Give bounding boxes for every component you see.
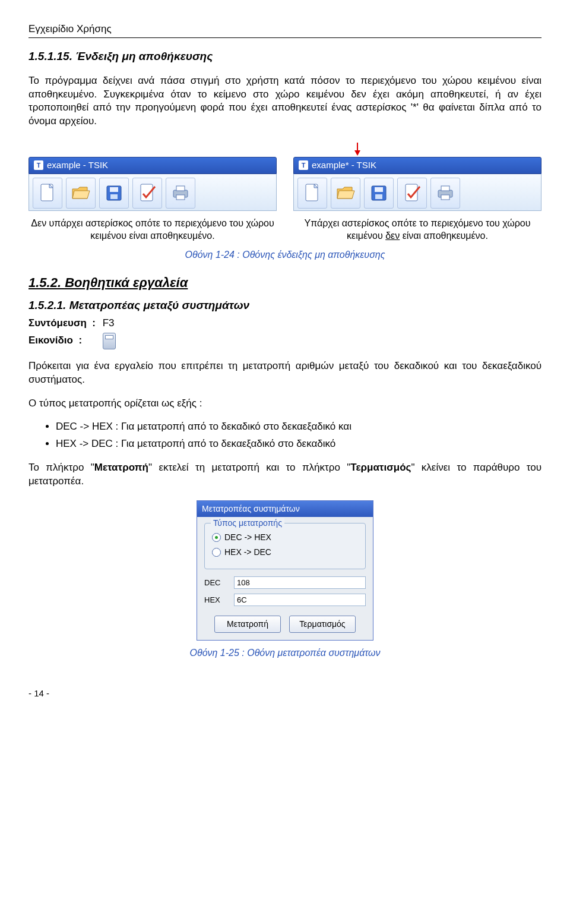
para-1515-1: Το πρόγραμμα δείχνει ανά πάσα στιγμή στο… [28,74,542,129]
conversion-type-legend: Τύπος μετατροπής [211,518,284,529]
svg-rect-2 [110,187,118,192]
toolbar-open-icon[interactable] [66,178,96,209]
titlebar-text: example* - TSIK [312,159,376,171]
hex-row: HEX [204,594,366,606]
titlebar-unsaved: T example* - TSIK [293,157,542,174]
converter-window: Μετατροπέας συστημάτων Τύπος μετατροπής … [197,500,373,641]
p3b: Μετατροπή [94,462,148,473]
dec-label: DEC [204,578,228,588]
bullet-list: DEC -> HEX : Για μετατροπή από το δεκαδι… [28,420,542,451]
heading-1521: 1.5.2.1. Μετατροπέας μεταξύ συστημάτων [28,298,542,313]
toolbar-right [293,174,542,211]
svg-rect-6 [176,186,185,191]
close-button[interactable]: Τερματισμός [289,616,356,633]
converter-titlebar: Μετατροπέας συστημάτων [197,501,373,517]
radio-label: DEC -> HEX [224,532,271,543]
page-number: - 14 - [28,688,542,699]
toolbar-save-icon[interactable] [364,178,394,209]
toolbar-new-icon[interactable] [297,178,327,209]
svg-rect-11 [375,187,383,192]
toolbar-save-icon[interactable] [99,178,129,209]
button-row: Μετατροπή Τερματισμός [204,616,366,633]
titlebar-text: example - TSIK [47,159,108,171]
caption-pair: Δεν υπάρχει αστερίσκος οπότε το περιεχόμ… [28,217,542,242]
radio-hex-dec[interactable]: HEX -> DEC [212,547,358,558]
dec-input[interactable] [234,576,366,589]
shortcut-value: F3 [103,317,115,329]
shortcut-row: Συντόμευση : F3 [28,317,542,330]
p3d: Τερματισμός [350,462,411,473]
toolbar-check-icon[interactable] [397,178,427,209]
header-rule [28,37,542,38]
toolbar-left [28,174,277,211]
bullet-1: DEC -> HEX : Για μετατροπή από το δεκαδι… [56,420,542,434]
toolbar-print-icon[interactable] [430,178,460,209]
figure-row-1-24: T example - TSIK T exam [28,141,542,210]
icon-row: Εικονίδιο : [28,333,542,349]
caption-right: Υπάρχει αστερίσκος οπότε το περιεχόμενο … [293,217,542,242]
app-icon: T [299,160,308,170]
toolbar-print-icon[interactable] [166,178,195,209]
shortcut-label: Συντόμευση : [28,317,100,330]
caption-right-b: είναι αποθηκευμένο. [400,231,488,241]
doc-header: Εγχειρίδιο Χρήσης [28,23,542,36]
conversion-type-group: Τύπος μετατροπής DEC -> HEX HEX -> DEC [204,523,366,569]
figure-right: T example* - TSIK [293,141,542,210]
radio-dec-hex[interactable]: DEC -> HEX [212,532,358,543]
figure-left: T example - TSIK [28,141,277,210]
para-1521-1: Πρόκειται για ένα εργαλείο που επιτρέπει… [28,359,542,387]
svg-rect-3 [110,194,118,199]
figure-caption-1-25: Οθόνη 1-25 : Οθόνη μετατροπέα συστημάτων [28,647,542,660]
convert-button[interactable]: Μετατροπή [214,616,281,633]
caption-left: Δεν υπάρχει αστερίσκος οπότε το περιεχόμ… [28,217,277,242]
dec-row: DEC [204,576,366,589]
icon-label: Εικονίδιο : [28,334,100,348]
figure-caption-1-24: Οθόνη 1-24 : Οθόνης ένδειξης μη αποθήκευ… [28,248,542,261]
toolbar-open-icon[interactable] [331,178,360,209]
svg-rect-12 [375,194,382,199]
toolbar-new-icon[interactable] [33,178,62,209]
svg-rect-15 [441,186,449,191]
heading-152: 1.5.2. Βοηθητικά εργαλεία [28,274,542,292]
radio-icon[interactable] [212,548,221,557]
asterisk-arrow [293,141,542,157]
caption-right-u: δεν [385,231,400,241]
heading-1515: 1.5.1.15. Ένδειξη μη αποθήκευσης [28,49,542,64]
svg-rect-16 [441,195,449,200]
toolbar-check-icon[interactable] [132,178,162,209]
bullet-2: HEX -> DEC : Για μετατροπή από το δεκαεξ… [56,437,542,451]
radio-icon[interactable] [212,533,221,542]
para-1521-2: Ο τύπος μετατροπής ορίζεται ως εξής : [28,397,542,411]
svg-rect-7 [176,195,185,200]
para-1521-3: Το πλήκτρο "Μετατροπή" εκτελεί τη μετατρ… [28,461,542,488]
titlebar-saved: T example - TSIK [28,157,277,174]
hex-input[interactable] [234,594,366,606]
hex-label: HEX [204,595,228,606]
p3a: Το πλήκτρο " [28,462,94,473]
radio-label: HEX -> DEC [224,547,271,558]
calculator-icon [103,333,116,349]
p3c: " εκτελεί τη μετατροπή και το πλήκτρο " [148,462,350,473]
app-icon: T [34,160,43,170]
